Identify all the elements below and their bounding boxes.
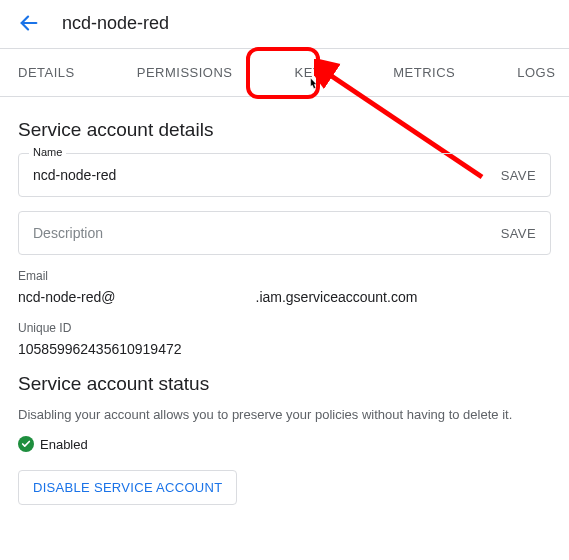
- check-circle-icon: [18, 436, 34, 452]
- uniqueid-label: Unique ID: [18, 321, 551, 335]
- status-badge: Enabled: [40, 437, 88, 452]
- description-field[interactable]: Description SAVE: [18, 211, 551, 255]
- status-description: Disabling your account allows you to pre…: [18, 407, 551, 422]
- section-title-details: Service account details: [18, 119, 551, 141]
- name-label: Name: [29, 146, 66, 158]
- email-label: Email: [18, 269, 551, 283]
- pointer-cursor-icon: [306, 77, 320, 96]
- tab-details[interactable]: DETAILS: [18, 49, 75, 96]
- save-name-button[interactable]: SAVE: [501, 168, 536, 183]
- back-arrow-icon[interactable]: [18, 12, 40, 34]
- email-suffix: .iam.gserviceaccount.com: [256, 289, 418, 305]
- save-description-button[interactable]: SAVE: [501, 226, 536, 241]
- tab-keys[interactable]: KEYS: [295, 49, 332, 96]
- tab-logs[interactable]: LOGS: [517, 49, 555, 96]
- disable-service-account-button[interactable]: DISABLE SERVICE ACCOUNT: [18, 470, 237, 505]
- tab-permissions[interactable]: PERMISSIONS: [137, 49, 233, 96]
- name-field[interactable]: Name ncd-node-red SAVE: [18, 153, 551, 197]
- tabs-bar: DETAILS PERMISSIONS KEYS METRICS LOGS: [0, 48, 569, 97]
- tab-metrics[interactable]: METRICS: [393, 49, 455, 96]
- name-value: ncd-node-red: [33, 167, 501, 183]
- page-title: ncd-node-red: [62, 13, 169, 34]
- section-title-status: Service account status: [18, 373, 551, 395]
- email-prefix: ncd-node-red@: [18, 289, 116, 305]
- email-value: ncd-node-red@ .iam.gserviceaccount.com: [18, 289, 551, 305]
- uniqueid-value: 105859962435610919472: [18, 341, 551, 357]
- description-placeholder: Description: [33, 225, 501, 241]
